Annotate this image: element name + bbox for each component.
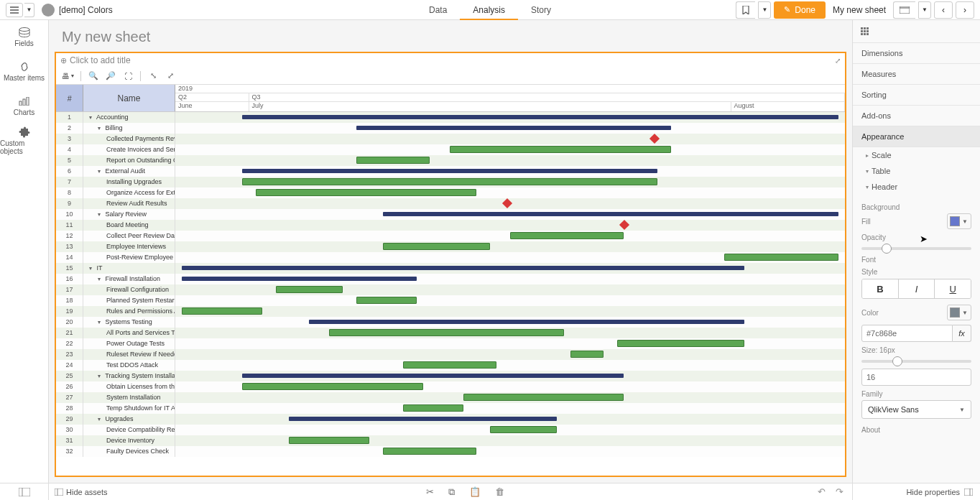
gantt-row[interactable]: 23Ruleset Review If Needed: [56, 349, 845, 360]
gantt-row[interactable]: 14Post-Review Employee Int: [56, 252, 845, 263]
gantt-bar[interactable]: [289, 437, 369, 444]
fx-button[interactable]: fx: [953, 325, 971, 342]
bold-button[interactable]: B: [862, 279, 899, 298]
column-number-header[interactable]: #: [56, 85, 83, 111]
underline-button[interactable]: U: [935, 279, 971, 298]
prev-sheet-button[interactable]: ‹: [934, 1, 953, 19]
delete-button[interactable]: 🗑: [495, 486, 504, 498]
gantt-bar[interactable]: [463, 394, 624, 401]
gantt-bar[interactable]: [356, 297, 417, 304]
gantt-row[interactable]: 26Obtain Licenses from the V: [56, 381, 845, 392]
gantt-row[interactable]: 6▾ External Audit: [56, 166, 845, 177]
accordion-sorting[interactable]: Sorting: [853, 85, 980, 106]
gantt-row[interactable]: 30Device Compatibility Revie: [56, 425, 845, 435]
gantt-row[interactable]: 28Temp Shutdown for IT Aud: [56, 403, 845, 414]
sidebar-charts[interactable]: Charts: [0, 89, 48, 124]
gantt-bar[interactable]: [383, 212, 838, 216]
print-button[interactable]: 🖶▼: [60, 70, 76, 83]
gantt-bar[interactable]: [309, 320, 744, 324]
gantt-row[interactable]: 4Create Invoices and Send: [56, 144, 845, 155]
gantt-body[interactable]: 1▾ Accounting2▾ Billing3Collected Paymen…: [56, 112, 845, 476]
chart-container[interactable]: ⊕Click to add title ⤢ 🖶▼ 🔍 🔎 ⛶ ⤡ ⤢ # Nam…: [55, 52, 846, 477]
gantt-row[interactable]: 1▾ Accounting: [56, 112, 845, 123]
zoom-out-button[interactable]: 🔎: [103, 70, 119, 83]
bookmark-caret[interactable]: ▼: [758, 1, 771, 19]
italic-button[interactable]: I: [899, 279, 935, 298]
collapse-all-button[interactable]: ⤢: [162, 70, 178, 83]
sidebar-fields[interactable]: Fields: [0, 20, 48, 55]
paste-button[interactable]: 📋: [469, 486, 481, 498]
gantt-row[interactable]: 16▾ Firewall Installation: [56, 274, 845, 284]
gantt-row[interactable]: 29▾ Upgrades: [56, 414, 845, 425]
gantt-bar[interactable]: [490, 426, 557, 433]
font-color-button[interactable]: ▼: [947, 305, 971, 320]
gantt-row[interactable]: 27System Installation: [56, 392, 845, 403]
gantt-bar[interactable]: [356, 157, 430, 164]
copy-button[interactable]: ⧉: [448, 486, 455, 498]
gantt-row[interactable]: 24Test DDOS Attack: [56, 360, 845, 371]
gantt-row[interactable]: 15▾ IT: [56, 263, 845, 274]
gantt-row[interactable]: 25▾ Tracking System Installation: [56, 371, 845, 381]
gantt-bar[interactable]: [276, 286, 343, 293]
gantt-row[interactable]: 8Organize Access for Extern: [56, 188, 845, 198]
expand-icon[interactable]: ⤢: [835, 57, 841, 65]
gantt-row[interactable]: 21All Ports and Services Test: [56, 328, 845, 338]
accordion-addons[interactable]: Add-ons: [853, 106, 980, 126]
redo-button[interactable]: ↷: [836, 486, 843, 497]
accordion-measures[interactable]: Measures: [853, 64, 980, 85]
menu-button[interactable]: [6, 3, 23, 17]
gantt-bar[interactable]: [182, 307, 262, 315]
opacity-slider[interactable]: [861, 247, 971, 250]
sub-table[interactable]: ▾Table: [853, 163, 980, 179]
gantt-bar[interactable]: [403, 361, 496, 369]
gantt-row[interactable]: 22Power Outage Tests: [56, 338, 845, 349]
sheet-title[interactable]: My new sheet: [49, 20, 852, 51]
sheet-select-button[interactable]: [893, 1, 915, 19]
gantt-bar[interactable]: [724, 254, 838, 261]
fill-color-button[interactable]: ▼: [947, 213, 971, 229]
bookmark-button[interactable]: [736, 1, 755, 19]
gantt-row[interactable]: 20▾ Systems Testing: [56, 317, 845, 328]
gantt-row[interactable]: 2▾ Billing: [56, 123, 845, 134]
sidebar-custom-objects[interactable]: Custom objects: [0, 124, 48, 158]
next-sheet-button[interactable]: ›: [956, 1, 974, 19]
accordion-appearance[interactable]: Appearance: [853, 126, 980, 147]
gantt-bar[interactable]: [383, 243, 490, 250]
assets-toggle-icon[interactable]: [19, 488, 30, 496]
gantt-bar[interactable]: [242, 169, 657, 173]
gantt-row[interactable]: 31Device Inventory: [56, 435, 845, 446]
size-input[interactable]: [861, 369, 971, 386]
column-name-header[interactable]: Name: [83, 85, 175, 111]
tab-analysis[interactable]: Analysis: [460, 0, 518, 20]
tab-story[interactable]: Story: [518, 0, 564, 20]
table-icon[interactable]: [860, 27, 870, 36]
sheet-caret[interactable]: ▼: [918, 1, 931, 19]
gantt-row[interactable]: 3Collected Payments Review: [56, 134, 845, 144]
gantt-bar[interactable]: [570, 351, 604, 358]
gantt-bar[interactable]: [242, 383, 423, 390]
milestone-diamond[interactable]: [619, 220, 629, 230]
gantt-bar[interactable]: [242, 178, 657, 185]
gantt-bar[interactable]: [403, 404, 463, 412]
accordion-dimensions[interactable]: Dimensions: [853, 43, 980, 64]
hide-assets-button[interactable]: Hide assets: [49, 488, 113, 496]
slider-handle[interactable]: [892, 356, 902, 366]
gantt-row[interactable]: 17Firewall Configuration: [56, 284, 845, 295]
click-to-add-title[interactable]: Click to add title: [70, 55, 131, 65]
done-button[interactable]: ✎ Done: [774, 1, 826, 19]
tab-data[interactable]: Data: [416, 0, 460, 20]
gantt-bar[interactable]: [182, 277, 416, 281]
panel-right-icon[interactable]: [964, 489, 973, 496]
cut-button[interactable]: ✂: [426, 486, 434, 498]
menu-caret[interactable]: ▼: [24, 3, 34, 17]
gantt-bar[interactable]: [450, 146, 671, 153]
gantt-bar[interactable]: [242, 115, 838, 119]
gantt-row[interactable]: 10▾ Salary Review: [56, 209, 845, 220]
hide-properties-label[interactable]: Hide properties: [906, 488, 960, 496]
gantt-bar[interactable]: [289, 417, 557, 421]
gantt-bar[interactable]: [510, 232, 624, 239]
gantt-row[interactable]: 7Installing Upgrades: [56, 177, 845, 188]
undo-button[interactable]: ↶: [818, 486, 826, 497]
sub-scale[interactable]: ▸Scale: [853, 147, 980, 163]
milestone-diamond[interactable]: [502, 198, 512, 208]
